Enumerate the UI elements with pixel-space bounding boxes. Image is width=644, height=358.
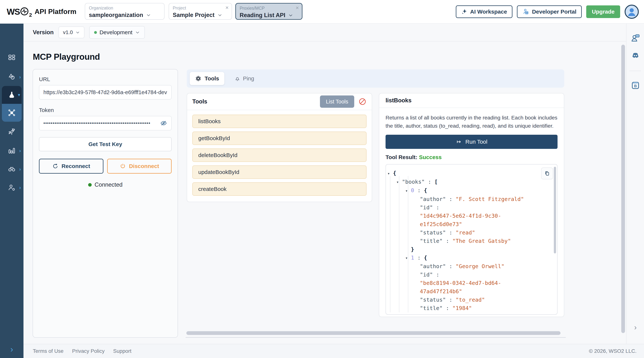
url-label: URL bbox=[39, 76, 172, 82]
version-value: v1.0 bbox=[63, 29, 73, 35]
collapse-toggle-icon[interactable]: ▾ bbox=[405, 187, 411, 195]
playground-tabs: Tools Ping bbox=[187, 69, 564, 88]
footer-link-privacy[interactable]: Privacy Policy bbox=[72, 348, 104, 354]
chevron-down-icon bbox=[218, 13, 222, 17]
json-scrollbar[interactable] bbox=[554, 167, 556, 253]
json-line: ▾"books" : [ bbox=[388, 178, 557, 186]
json-line: } bbox=[388, 245, 557, 254]
version-select[interactable]: v1.0 bbox=[58, 26, 84, 38]
json-line: "title" : "The Great Gatsby" bbox=[388, 237, 557, 245]
developer-portal-label: Developer Portal bbox=[532, 8, 576, 15]
footer-link-terms[interactable]: Terms of Use bbox=[33, 348, 64, 354]
sidebar-item-design[interactable]: › bbox=[0, 72, 24, 82]
developer-portal-icon: <> bbox=[522, 8, 530, 15]
docs-b-icon: B bbox=[630, 80, 640, 90]
proxy-label: Proxies/MCP bbox=[240, 6, 298, 11]
collapse-toggle-icon[interactable]: ▾ bbox=[405, 254, 411, 262]
developer-portal-button[interactable]: <> Developer Portal bbox=[517, 5, 582, 18]
docs-button[interactable]: B bbox=[626, 80, 644, 90]
chevron-down-icon bbox=[288, 13, 293, 18]
ai-workspace-button[interactable]: AI Workspace bbox=[456, 5, 512, 18]
logo-pulse-icon bbox=[20, 7, 29, 16]
copy-icon bbox=[544, 171, 550, 176]
connected-status-label: Connected bbox=[95, 181, 122, 188]
tool-result-row: Tool Result: Success bbox=[386, 154, 558, 160]
project-selector[interactable]: × Project Sample Project bbox=[169, 3, 232, 20]
footer: Terms of Use Privacy Policy Support © 20… bbox=[24, 344, 644, 358]
sidebar-item-discover[interactable]: › bbox=[0, 165, 24, 174]
sidebar-item-admin[interactable]: › bbox=[0, 183, 24, 192]
sidebar-expand-button[interactable]: › bbox=[0, 345, 24, 354]
upgrade-button[interactable]: Upgrade bbox=[586, 5, 620, 18]
chevron-right-icon: › bbox=[19, 166, 21, 172]
url-value: https://e3b3c249-57f8-47d2-9d6a-e69fff1e… bbox=[44, 89, 167, 95]
get-test-key-label: Get Test Key bbox=[88, 141, 122, 147]
discord-button[interactable] bbox=[626, 51, 644, 61]
disconnect-button[interactable]: Disconnect bbox=[107, 159, 172, 174]
json-tree: ▾{▾"books" : [▾0 : {"author" : "F. Scott… bbox=[386, 165, 557, 315]
ai-workspace-label: AI Workspace bbox=[470, 8, 507, 15]
tab-ping[interactable]: Ping bbox=[232, 75, 256, 82]
sidebar-item-test[interactable]: ▾ bbox=[2, 86, 22, 104]
copy-json-button[interactable] bbox=[541, 168, 553, 179]
wso2-logo: WS 2 API Platform bbox=[7, 0, 76, 23]
horizontal-scrollbar[interactable] bbox=[186, 331, 560, 335]
environment-select[interactable]: Development bbox=[89, 26, 145, 39]
project-value: Sample Project bbox=[173, 12, 214, 18]
footer-link-support[interactable]: Support bbox=[113, 348, 131, 354]
chevron-down-icon bbox=[146, 13, 151, 17]
tool-detail-panel: listBooks Returns a list of all books cu… bbox=[379, 93, 564, 317]
organization-label: Organization bbox=[89, 5, 160, 10]
url-input[interactable]: https://e3b3c249-57f8-47d2-9d6a-e69fff1e… bbox=[39, 85, 172, 100]
feedback-button[interactable] bbox=[626, 33, 644, 43]
clear-project-icon[interactable]: × bbox=[225, 5, 229, 10]
eye-off-icon[interactable] bbox=[160, 120, 167, 127]
tool-item[interactable]: updateBookById bbox=[192, 166, 366, 179]
tool-item[interactable]: getBookById bbox=[192, 132, 366, 145]
tools-knot-icon bbox=[195, 75, 202, 82]
get-test-key-button[interactable]: Get Test Key bbox=[39, 137, 172, 151]
version-label: Version bbox=[33, 29, 54, 36]
grid-icon bbox=[8, 54, 16, 62]
rail-collapse-button[interactable]: › bbox=[626, 323, 644, 332]
list-tools-button[interactable]: List Tools bbox=[320, 95, 354, 108]
run-tool-button[interactable]: Run Tool bbox=[386, 135, 558, 149]
token-input[interactable]: ••••••••••••••••••••••••••••••••••••••••… bbox=[39, 116, 172, 130]
json-result-viewer: ▾{▾"books" : [▾0 : {"author" : "F. Scott… bbox=[386, 164, 558, 315]
upgrade-label: Upgrade bbox=[592, 8, 614, 15]
page-title: MCP Playground bbox=[33, 52, 100, 62]
sidebar-item-mcp-playground[interactable] bbox=[2, 104, 22, 122]
tab-ping-label: Ping bbox=[243, 75, 254, 82]
user-settings-icon bbox=[8, 183, 16, 192]
tool-item[interactable]: listBooks bbox=[192, 115, 366, 128]
cancel-slash-icon[interactable] bbox=[358, 98, 366, 106]
token-masked-value: ••••••••••••••••••••••••••••••••••••••••… bbox=[44, 121, 160, 126]
connection-panel: URL https://e3b3c249-57f8-47d2-9d6a-e69f… bbox=[32, 69, 178, 338]
tool-description: Returns a list of all books currently in… bbox=[386, 114, 558, 130]
user-avatar[interactable] bbox=[624, 5, 639, 19]
horizontal-scrollbar-track bbox=[186, 337, 566, 338]
json-line: e1f25c6d0e73" bbox=[388, 220, 557, 228]
svg-text:B: B bbox=[634, 84, 637, 88]
page-scrollbar[interactable] bbox=[621, 45, 625, 333]
version-bar: Version v1.0 Development bbox=[24, 24, 644, 41]
sidebar-item-dashboard[interactable] bbox=[0, 53, 24, 63]
tool-item[interactable]: deleteBookById bbox=[192, 149, 366, 162]
sidebar-item-deploy[interactable] bbox=[0, 127, 24, 136]
reconnect-label: Reconnect bbox=[62, 163, 90, 169]
organization-selector[interactable]: Organization sampleorganization bbox=[85, 3, 164, 20]
json-line: } bbox=[388, 312, 557, 315]
disconnect-label: Disconnect bbox=[129, 163, 159, 169]
tool-item[interactable]: createBook bbox=[192, 182, 366, 196]
collapse-toggle-icon[interactable]: ▾ bbox=[396, 178, 402, 186]
clear-proxy-icon[interactable]: × bbox=[296, 5, 299, 10]
right-rail: B › bbox=[626, 24, 644, 344]
reconnect-button[interactable]: Reconnect bbox=[39, 159, 104, 174]
proxy-mcp-selector[interactable]: × Proxies/MCP Reading List API bbox=[235, 3, 302, 20]
collapse-toggle-icon[interactable]: ▾ bbox=[388, 169, 393, 178]
tab-tools[interactable]: Tools bbox=[190, 72, 224, 85]
json-line: 47ad47f214b6" bbox=[388, 287, 557, 296]
flask-icon bbox=[8, 91, 16, 99]
sidebar-item-observe[interactable]: › bbox=[0, 146, 24, 155]
json-line: "author" : "F. Scott Fitzgerald" bbox=[388, 195, 557, 203]
